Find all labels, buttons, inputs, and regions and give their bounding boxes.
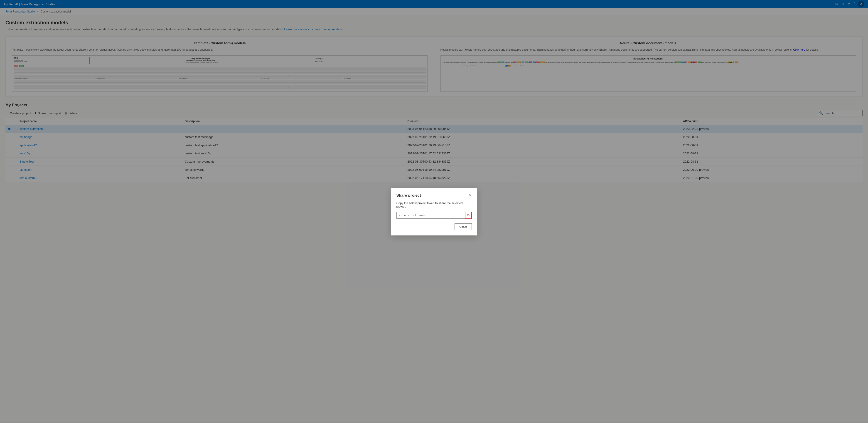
project-token-input[interactable] — [397, 212, 465, 219]
modal-footer: Close — [397, 223, 472, 230]
copy-token-button[interactable]: ⧉ — [465, 212, 472, 219]
modal-body: Copy the below project token to share th… — [397, 202, 472, 208]
modal-close-action-button[interactable]: Close — [455, 223, 471, 230]
copy-icon: ⧉ — [467, 213, 469, 217]
modal-title: Share project — [397, 193, 421, 198]
modal-header: Share project ✕ — [397, 193, 472, 198]
token-row: ⧉ — [397, 212, 472, 219]
modal-overlay[interactable]: Share project ✕ Copy the below project t… — [0, 0, 868, 422]
share-project-modal: Share project ✕ Copy the below project t… — [391, 188, 477, 236]
modal-close-button[interactable]: ✕ — [468, 193, 472, 198]
